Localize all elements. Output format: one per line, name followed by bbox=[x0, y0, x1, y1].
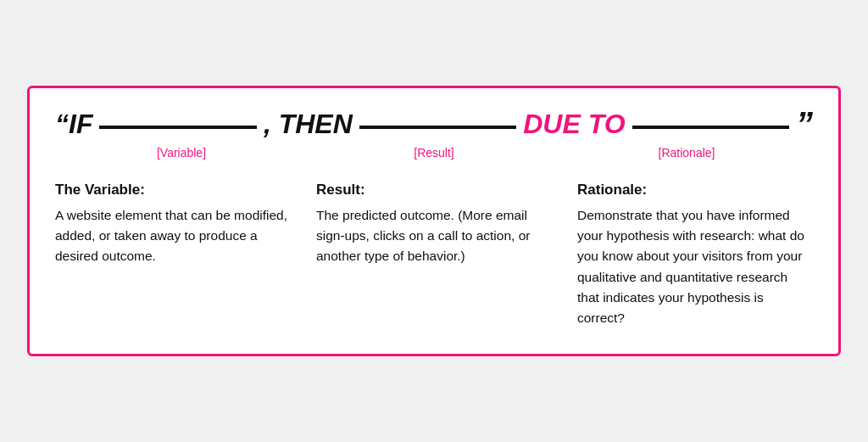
variable-body: A website element that can be modified, … bbox=[55, 205, 291, 266]
variable-blank bbox=[99, 126, 256, 129]
result-label: [Result] bbox=[414, 146, 453, 159]
rationale-title: Rationale: bbox=[577, 182, 813, 199]
rationale-label-section: [Rationale] bbox=[560, 146, 813, 159]
rationale-body: Demonstrate that you have informed your … bbox=[577, 205, 813, 327]
if-label: “IF bbox=[55, 109, 92, 140]
closing-quote: ” bbox=[796, 107, 813, 141]
rationale-blank bbox=[632, 126, 789, 129]
result-label-section: [Result] bbox=[308, 146, 560, 159]
header-formula-row: “IF , THEN DUE TO ” bbox=[30, 88, 838, 146]
variable-title: The Variable: bbox=[55, 182, 291, 199]
result-title: Result: bbox=[316, 182, 552, 199]
then-label: , THEN bbox=[264, 109, 353, 140]
result-blank bbox=[359, 126, 516, 129]
rationale-column: Rationale: Demonstrate that you have inf… bbox=[577, 182, 813, 327]
due-to-label: DUE TO bbox=[523, 109, 625, 140]
result-column: Result: The predicted outcome. (More ema… bbox=[316, 182, 552, 327]
label-row: [Variable] [Result] [Rationale] bbox=[30, 146, 838, 173]
variable-label: [Variable] bbox=[157, 146, 206, 159]
variable-column: The Variable: A website element that can… bbox=[55, 182, 291, 327]
result-body: The predicted outcome. (More email sign-… bbox=[316, 205, 552, 266]
variable-label-section: [Variable] bbox=[55, 146, 308, 159]
hypothesis-card: “IF , THEN DUE TO ” [Variable] [Result] … bbox=[27, 86, 841, 355]
rationale-label: [Rationale] bbox=[659, 146, 715, 159]
content-row: The Variable: A website element that can… bbox=[30, 173, 838, 353]
